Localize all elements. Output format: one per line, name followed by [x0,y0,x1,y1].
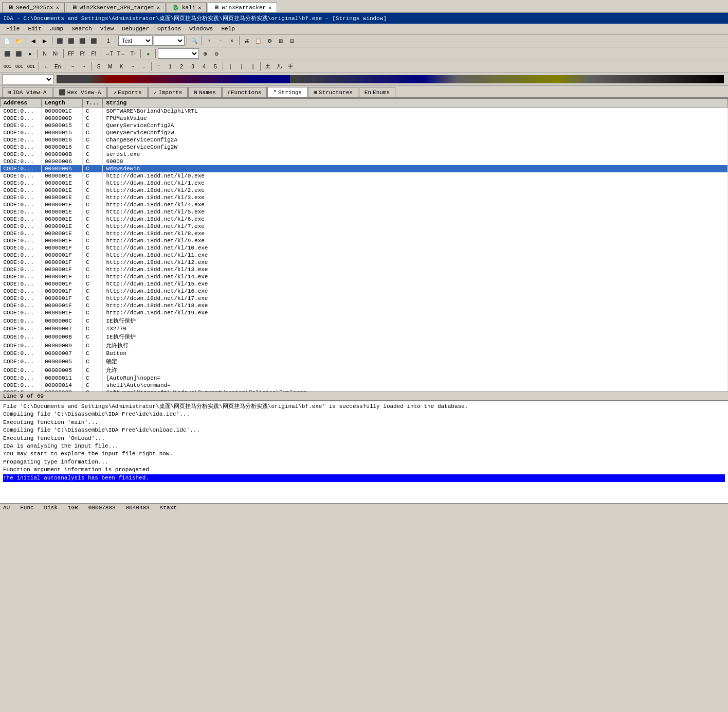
layout-button[interactable]: ⊟ [287,35,297,46]
table-row[interactable]: CODE:0...0000001FChttp://down.18dd.net/k… [1,295,728,302]
debug-dropdown[interactable] [158,48,199,59]
btn-colon[interactable]: : [154,61,164,72]
table-row[interactable]: CODE:0...00000007C#32770 [1,325,728,332]
btn-num3[interactable]: 3 [188,61,198,72]
btn-wave2[interactable]: ~ [79,61,89,72]
output-panel[interactable]: File 'C:\Documents and Settings\Administ… [0,400,728,503]
table-row[interactable]: CODE:0...0000001EChttp://down.18dd.net/k… [1,216,728,223]
menu-debugger[interactable]: Debugger [118,25,153,33]
btn-num1[interactable]: 1 [165,61,175,72]
btn-font1[interactable]: FF [66,48,76,59]
encoding-dropdown[interactable] [154,35,185,46]
back-button[interactable]: ◀ [28,35,39,46]
btn-dot[interactable]: ● [25,48,35,59]
btn-pipe2[interactable]: | [236,61,247,72]
btn-arrow3[interactable]: T↑ [128,48,138,59]
open-button[interactable]: 📂 [13,35,24,46]
btn-num5[interactable]: 5 [210,61,221,72]
tab-winxp[interactable]: 🖥 WinXPattacker ✕ [208,2,277,12]
btn-pipe3[interactable]: | [248,61,258,72]
table-row[interactable]: CODE:0...00000006C60000 [1,158,728,165]
table-row[interactable]: CODE:0...0000001FChttp://down.18dd.net/k… [1,259,728,266]
btn-arrow2[interactable]: T← [116,48,127,59]
tab-winxp-close[interactable]: ✕ [268,5,271,11]
search-button[interactable]: 🔍 [189,35,199,46]
forward-button[interactable]: ▶ [40,35,50,46]
config-button[interactable]: ⚙ [264,35,275,46]
tab-imports[interactable]: ↙ Imports [148,87,188,97]
btn-hex1[interactable]: ⬛ [2,48,12,59]
btn-green[interactable]: ● [143,48,153,59]
table-row[interactable]: CODE:0...0000000BCIE执行保护 [1,332,728,341]
btn-font3[interactable]: Ff [88,48,99,59]
seg-dropdown[interactable] [2,74,53,84]
table-row[interactable]: CODE:0...0000001EChttp://down.18dd.net/k… [1,194,728,201]
btn-c[interactable]: ⬛ [77,35,87,46]
table-row[interactable]: CODE:0...00000011C[AutoRun]\nopen= [1,375,728,382]
tab-win2k-close[interactable]: ✕ [157,5,160,11]
menu-jump[interactable]: Jump [46,25,67,33]
btn-zoom2[interactable]: ⊖ [211,48,222,59]
menu-windows[interactable]: Windows [185,25,217,33]
table-row[interactable]: CODE:0...0000000CCIE执行保护 [1,316,728,325]
btn-tilde3[interactable]: ~ [128,61,138,72]
table-row[interactable]: CODE:0...0000001EChttp://down.18dd.net/k… [1,230,728,237]
btn-001a[interactable]: 001 [2,61,13,72]
btn-cjk1[interactable]: 土 [263,61,273,72]
table-row[interactable]: CODE:0...0000001EChttp://down.18dd.net/k… [1,172,728,180]
copy-button[interactable]: 📋 [253,35,263,46]
btn-n1[interactable]: N [40,48,50,59]
tab-seed-close[interactable]: ✕ [56,5,59,11]
tab-kali-close[interactable]: ✕ [198,5,201,11]
new-button[interactable]: 📄 [2,35,12,46]
tab-names[interactable]: N Names [188,87,222,97]
tab-functions[interactable]: 𝑓 Functions [222,87,267,97]
btn-pipe1[interactable]: | [225,61,235,72]
print-button[interactable]: 🖨 [242,35,252,46]
table-row[interactable]: CODE:0...0000001EChttp://down.18dd.net/k… [1,237,728,244]
table-row[interactable]: CODE:0...0000001FChttp://down.18dd.net/k… [1,244,728,252]
btn-001b[interactable]: 001 [14,61,25,72]
btn-cjk2[interactable]: 凡 [274,61,284,72]
table-row[interactable]: CODE:0...0000001EChttp://down.18dd.net/k… [1,208,728,216]
type-dropdown[interactable]: Text Unicode [118,35,153,46]
table-row[interactable]: CODE:0...00000015CQueryServiceConfig2A [1,122,728,129]
tab-enums[interactable]: En Enums [359,87,395,97]
tab-seed[interactable]: 🖥 Seed_2925cx ✕ [2,2,65,12]
table-row[interactable]: CODE:0...0000001CCSOFTWARE\Borland\Delph… [1,108,728,115]
table-row[interactable]: CODE:0...0000000BCserdst.exe [1,151,728,158]
btn-d[interactable]: ⬛ [88,35,99,46]
tab-exports[interactable]: ↗ Exports [107,87,148,97]
btn-en[interactable]: En [52,61,63,72]
btn-dash[interactable]: - [139,61,149,72]
tab-win2k[interactable]: 🖥 Win2kServer_SP0_target ✕ [66,2,166,12]
table-row[interactable]: CODE:0...00000016CChangeServiceConfig2A [1,136,728,144]
table-row[interactable]: CODE:0...0000001EChttp://down.18dd.net/k… [1,180,728,187]
tab-ida-view-a[interactable]: ⊟ IDA View-A [2,87,52,97]
btn-a[interactable]: ⬛ [54,35,65,46]
menu-view[interactable]: View [96,25,118,33]
menu-options[interactable]: Options [153,25,185,33]
table-row[interactable]: CODE:0...0000001EChttp://down.18dd.net/k… [1,223,728,230]
tab-hex-view-a[interactable]: ⬛ Hex View-A [53,87,107,97]
table-row[interactable]: CODE:0...0000000ACWdswsdewin [1,165,728,172]
btn-s[interactable]: S [94,61,104,72]
btn-arrow1[interactable]: →T [103,48,115,59]
menu-help[interactable]: Help [217,25,239,33]
tab-structures[interactable]: ⊞ Structures [308,87,358,97]
tab-kali[interactable]: 🐉 kali ✕ [167,2,207,12]
plus-button[interactable]: + [204,35,214,46]
table-row[interactable]: CODE:0...0000001EChttp://down.18dd.net/k… [1,187,728,194]
btn-m[interactable]: M [105,61,115,72]
btn-arrow-l[interactable]: ← [41,61,51,72]
btn-001c[interactable]: 001 [26,61,37,72]
table-row[interactable]: CODE:0...0000001EChttp://down.18dd.net/k… [1,201,728,208]
table-row[interactable]: CODE:0...00000015CQueryServiceConfig2W [1,129,728,136]
btn-font2[interactable]: Ff [77,48,87,59]
table-row[interactable]: CODE:0...00000007CButton [1,350,728,357]
table-row[interactable]: CODE:0...0000001FChttp://down.18dd.net/k… [1,273,728,280]
table-row[interactable]: CODE:0...00000005C允许 [1,366,728,375]
menu-edit[interactable]: Edit [24,25,45,33]
btn-num2[interactable]: 2 [176,61,187,72]
cross-button[interactable]: × [227,35,237,46]
